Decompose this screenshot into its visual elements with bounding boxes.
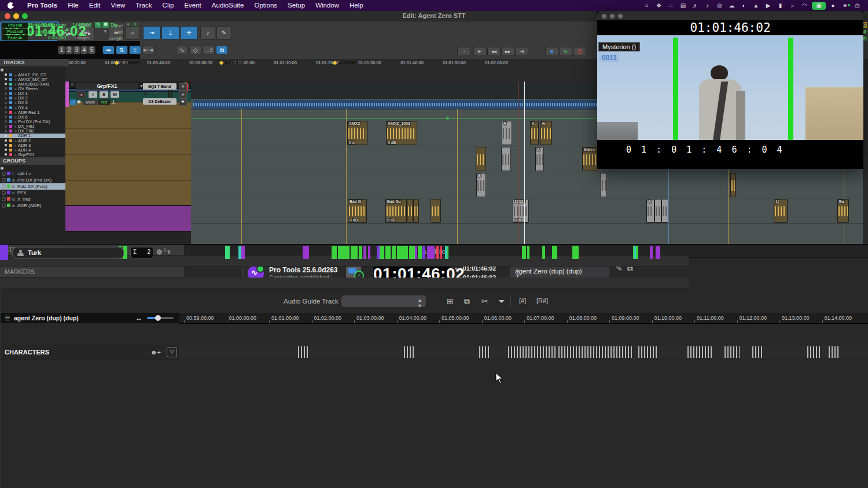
- track-list-item-adr-2[interactable]: ∿ADR 2: [0, 138, 65, 143]
- minimize-button[interactable]: [610, 14, 615, 19]
- trim-tool[interactable]: ⇥: [143, 26, 161, 40]
- cue-pro-ruler[interactable]: 00:59:00:0001:00:00:0001:01:00:0001:02:0…: [179, 313, 868, 324]
- post_roll-label[interactable]: Post-roll: [2, 29, 28, 34]
- tab-transient-button[interactable]: ➡: [102, 46, 115, 54]
- cue-clip[interactable]: [418, 246, 422, 259]
- groups-panel-menu-icon[interactable]: ◉: [0, 165, 65, 171]
- camera-active-icon[interactable]: ▣: [812, 2, 826, 10]
- cue-clip[interactable]: [634, 246, 636, 259]
- zoom-button[interactable]: [618, 14, 623, 19]
- menu-view[interactable]: View: [106, 0, 131, 11]
- cue-clip[interactable]: [427, 246, 435, 259]
- loop-play-button[interactable]: ↻: [559, 47, 572, 56]
- insert-empty-slot[interactable]: [144, 93, 146, 95]
- grid-view-icon[interactable]: ▦: [102, 22, 109, 28]
- automation-follows-button[interactable]: ◇: [189, 46, 201, 54]
- clip-unnamed[interactable]: [601, 173, 607, 197]
- gear-icon[interactable]: ⚙: [156, 248, 163, 256]
- track-active-dot[interactable]: [5, 83, 7, 85]
- cue-clip[interactable]: [392, 246, 396, 259]
- track-header-adr-3[interactable]: ◎ADR 3▼●ISM◔✱wavered⊥EQ3 7-BandProComp▣▣…: [65, 154, 191, 180]
- insertion-follows-button[interactable]: ⇤⇥: [142, 46, 155, 54]
- clip-bad-g[interactable]: Bad G0 dB: [348, 199, 367, 223]
- audio-switch-icon[interactable]: ≡: [839, 0, 851, 11]
- edit-pencil-icon[interactable]: ✎: [616, 264, 623, 273]
- duplicate-icon[interactable]: ⧉: [627, 264, 633, 273]
- menu-event[interactable]: Event: [179, 0, 206, 11]
- track-i-button[interactable]: I: [89, 91, 97, 98]
- track-active-dot[interactable]: [5, 93, 7, 95]
- track-m-button[interactable]: M: [111, 91, 119, 98]
- zoom-preset-3[interactable]: 3: [73, 46, 80, 54]
- record-menu-icon[interactable]: ●: [827, 0, 839, 11]
- group-item-pfx[interactable]: cPFX: [0, 190, 65, 196]
- out-timecode-row[interactable]: ⇥01:01:46:02: [455, 274, 496, 281]
- track-view-selector[interactable]: wave: [83, 99, 97, 105]
- cue-clip[interactable]: [422, 246, 425, 259]
- cue-clip[interactable]: [542, 246, 545, 259]
- shazam-icon[interactable]: ♬: [689, 0, 701, 11]
- battery-icon[interactable]: ▮: [774, 0, 786, 11]
- pre_roll-label[interactable]: Pre-roll: [2, 23, 28, 28]
- timebase-clock-icon[interactable]: ◔: [70, 99, 76, 105]
- return-to-zero-button[interactable]: ⇤: [473, 47, 487, 56]
- film-reel-icon[interactable]: ✺: [575, 279, 581, 287]
- stop-button[interactable]: ■: [545, 47, 558, 56]
- cue-clip[interactable]: [527, 246, 529, 259]
- notification-app-icon[interactable]: ♪: [701, 0, 713, 11]
- group-dot[interactable]: [2, 204, 6, 208]
- elastic-audio-icon[interactable]: ✱: [77, 99, 81, 105]
- clip-unnamed[interactable]: [413, 199, 419, 223]
- group-item-prd-dx-prd-dx-[interactable]: aPrd DX (Prd DX): [0, 177, 65, 183]
- sync-monitor-icon[interactable]: ✓: [346, 265, 361, 278]
- clip-unnamed[interactable]: [476, 147, 486, 171]
- fast-forward-button[interactable]: ▸▸: [501, 47, 514, 56]
- waveform-view-icon[interactable]: ∿: [95, 22, 101, 28]
- add-button[interactable]: +: [616, 278, 621, 288]
- clip-bad-gu[interactable]: Bad Gu0 dB: [385, 199, 407, 223]
- cue-clip-band[interactable]: [179, 345, 868, 360]
- track-active-dot[interactable]: [5, 102, 7, 104]
- menu-audiosuite[interactable]: AudioSuite: [207, 0, 249, 11]
- browser-icon[interactable]: ◐: [738, 0, 750, 11]
- track-active-dot[interactable]: [5, 144, 7, 146]
- scene-marker-4-roof[interactable]: ◆4.ROOF: [333, 60, 356, 65]
- slider-knob[interactable]: [155, 315, 161, 321]
- duplicate-cue-icon[interactable]: ⧉: [464, 297, 470, 306]
- insert-eq3-7-band[interactable]: EQ3 7-Band: [143, 83, 176, 90]
- track-header-adr-1[interactable]: ◎ADR 1▼●ISM◔✱wavered⊥EQ3 7-BandProComp▣▣…: [65, 102, 191, 128]
- icloud-icon[interactable]: ☁: [726, 0, 738, 11]
- track-list-item-dx_fill2[interactable]: ∿DX_Fill2: [0, 129, 65, 134]
- clock-icon[interactable]: ◴: [851, 0, 863, 11]
- track-active-dot[interactable]: [5, 78, 7, 80]
- fade_in-value[interactable]: 0:00.250: [30, 35, 66, 40]
- track-list-item-dx-1[interactable]: ∿DX 1: [0, 91, 65, 96]
- timer-icon[interactable]: ◎: [713, 0, 726, 11]
- filter-icon[interactable]: ▽: [167, 347, 177, 357]
- list-icon[interactable]: ☰: [5, 315, 10, 322]
- cue-clip[interactable]: [359, 246, 362, 259]
- character-pill[interactable]: Turk: [12, 247, 124, 259]
- clip-unnamed[interactable]: [661, 199, 668, 223]
- track-active-dot[interactable]: [5, 130, 7, 132]
- cue-clip[interactable]: [445, 246, 447, 259]
- clip-amxz_1003[interactable]: AMXZ_10030 dB: [386, 121, 417, 145]
- insert-d3-deesser[interactable]: D3 DeEsser: [143, 98, 176, 105]
- clip-unnamed[interactable]: [654, 199, 661, 223]
- menu-clip[interactable]: Clip: [157, 0, 179, 11]
- mirror-midi-button[interactable]: ∿: [176, 46, 188, 54]
- cue-clip[interactable]: [572, 246, 579, 259]
- cue-clip[interactable]: [415, 246, 417, 259]
- playlist-selector[interactable]: red: [98, 99, 110, 105]
- cue-clip[interactable]: [552, 246, 557, 259]
- spotlight-icon[interactable]: ⌕: [786, 0, 799, 11]
- track-freeze-icon[interactable]: ◎: [70, 83, 74, 87]
- track-active-dot[interactable]: [5, 153, 7, 156]
- record-enable-button[interactable]: ●: [77, 91, 86, 98]
- take-selector[interactable]: agent Zero (dup) (dup) ▲▼: [509, 265, 610, 278]
- cue-clip[interactable]: [377, 246, 380, 259]
- cue-clip[interactable]: [656, 246, 660, 259]
- cue-clip[interactable]: [368, 246, 370, 259]
- group-item-futz-dx-futz-[interactable]: bFutz DX (Futz): [0, 183, 65, 190]
- track-header-adr-2[interactable]: ◎ADR 2▼●ISM◔✱wavered⊥EQ3 7-BandProComp▣▣…: [65, 128, 191, 154]
